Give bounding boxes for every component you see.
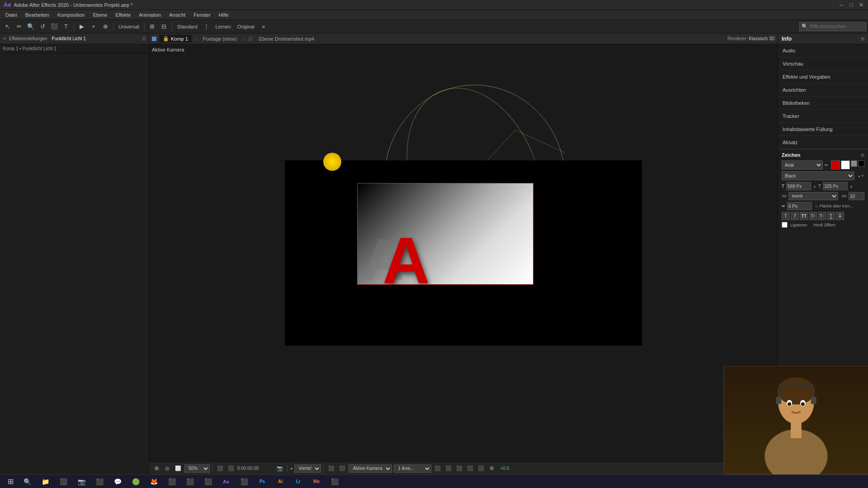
toolbar-select-tool[interactable]: ↖ xyxy=(2,21,13,32)
viewport[interactable]: Aktive Kamera xyxy=(149,44,778,462)
title-bar-controls[interactable]: ─ □ ✕ xyxy=(838,2,864,8)
toolbar-move-btn[interactable]: ⊕ xyxy=(100,21,111,32)
vp-overlay-btn[interactable]: ⬛ xyxy=(476,464,486,473)
menu-komposition[interactable]: Komposition xyxy=(54,11,89,19)
kerning-input[interactable] xyxy=(849,192,864,200)
right-panel-vorschau[interactable]: Vorschau xyxy=(778,57,868,70)
toolbar-play-btn[interactable]: ▶ xyxy=(76,21,87,32)
vp-view-select[interactable]: 1 Ansi... 2 Ansichten 4 Ansichten xyxy=(394,465,431,473)
vp-ruler-btn[interactable]: ⬛ xyxy=(216,464,225,473)
menu-ebene[interactable]: Ebene xyxy=(89,11,111,19)
close-panel-icon[interactable]: ✕ xyxy=(3,36,6,41)
indent-input[interactable] xyxy=(787,202,812,210)
toolbar-workspace-options[interactable]: ⋮ xyxy=(201,21,212,32)
toolbar-learn-label[interactable]: Lernen xyxy=(213,24,234,29)
ligatures-checkbox[interactable] xyxy=(782,222,788,228)
taskbar-me-btn[interactable]: Me xyxy=(308,476,325,488)
taskbar-photos-btn[interactable]: 📷 xyxy=(73,476,90,488)
font-size-input[interactable] xyxy=(786,182,811,190)
taskbar-app4-btn[interactable]: ⬛ xyxy=(200,476,216,488)
minimize-button[interactable]: ─ xyxy=(838,2,844,8)
panel-options-icon[interactable]: ☰ xyxy=(142,36,146,41)
toolbar-zoom-tool[interactable]: 🔍 xyxy=(25,21,36,32)
taskbar-app5-btn[interactable]: ⬛ xyxy=(236,476,252,488)
menu-datei[interactable]: Datei xyxy=(2,11,21,19)
vp-settings-btn[interactable]: ⚙ xyxy=(487,464,496,473)
menu-ansicht[interactable]: Ansicht xyxy=(165,11,189,19)
text-color-swatch[interactable] xyxy=(831,160,840,169)
right-panel-inhalt[interactable]: Inhaltsbasierte Füllung xyxy=(778,123,868,136)
taskbar-norton-btn[interactable]: 🟢 xyxy=(127,476,144,488)
taskbar-explorer-btn[interactable]: 📁 xyxy=(37,476,53,488)
vp-reset-btn[interactable]: ⬛ xyxy=(433,464,442,473)
toolbar-rotate-tool[interactable]: ↺ xyxy=(37,21,48,32)
toolbar-shape-tool[interactable]: ⬛ xyxy=(49,21,60,32)
toolbar-align-btn[interactable]: ⊞ xyxy=(147,21,158,32)
color-swatch-4[interactable] xyxy=(858,160,864,167)
right-panel-effekte[interactable]: Effekte und Vorgaben xyxy=(778,70,868,84)
right-panel-ausrichten[interactable]: Ausrichten xyxy=(778,84,868,97)
vp-time-btn[interactable]: ⬛ xyxy=(226,464,236,473)
font-weight-select[interactable]: Black Bold Regular xyxy=(782,171,854,180)
toolbar-expand-btn[interactable]: ⊟ xyxy=(159,21,170,32)
taskbar-ae-btn[interactable]: Ae xyxy=(218,476,234,488)
comp-tab-komp1[interactable]: 🔒 Komp 1 xyxy=(159,35,192,42)
taskbar-firefox-btn[interactable]: 🦊 xyxy=(146,476,162,488)
format-Tr-btn[interactable]: Tr xyxy=(809,212,817,220)
toolbar-pen-tool[interactable]: ✏ xyxy=(14,21,24,32)
vp-circle-btn[interactable]: ◎ xyxy=(163,464,172,473)
vp-zoom-select[interactable]: 50% 100% 25% xyxy=(184,465,210,473)
taskbar-app2-btn[interactable]: ⬛ xyxy=(164,476,180,488)
taskbar-ps-btn[interactable]: Ps xyxy=(254,476,270,488)
vp-rulers-btn[interactable]: ⬛ xyxy=(455,464,464,473)
toolbar-more-btn[interactable]: » xyxy=(258,21,269,32)
menu-animation[interactable]: Animation xyxy=(135,11,165,19)
taskbar-search-btn[interactable]: 🔍 xyxy=(19,476,35,488)
comp-tab-ebene[interactable]: Ebene Drohnenshot.mp4 xyxy=(255,35,318,42)
toolbar-original-label[interactable]: Original xyxy=(235,24,257,29)
taskbar-app6-btn[interactable]: ⬛ xyxy=(326,476,343,488)
vp-camera-icon[interactable]: 📷 xyxy=(275,464,284,473)
menu-hilfe[interactable]: Hilfe xyxy=(215,11,232,19)
menu-bearbeiten[interactable]: Bearbeiten xyxy=(22,11,53,19)
format-strike-btn[interactable]: T xyxy=(836,212,844,220)
taskbar-start-btn[interactable]: ⊞ xyxy=(4,476,17,488)
line-height-input[interactable] xyxy=(823,182,848,190)
toolbar-add-btn[interactable]: + xyxy=(88,21,99,32)
vp-safe-btn[interactable]: ⬜ xyxy=(174,464,183,473)
menu-fenster[interactable]: Fenster xyxy=(190,11,214,19)
tracking-select[interactable]: Metrik Optisch xyxy=(788,192,838,200)
color-swatch-3[interactable] xyxy=(851,160,857,167)
taskbar-ai-btn[interactable]: Ai xyxy=(272,476,288,488)
menu-effekte[interactable]: Effekte xyxy=(112,11,134,19)
vp-quality-select[interactable]: Viertel Halb Voll xyxy=(294,465,321,473)
search-input[interactable] xyxy=(810,24,864,29)
yellow-sphere-gizmo[interactable] xyxy=(323,153,341,171)
comp-tab-footage[interactable]: Footage (ohne) xyxy=(199,35,241,42)
vp-grid-btn[interactable]: ⊞ xyxy=(152,464,161,473)
zeichen-expand-icon[interactable]: ⊞ xyxy=(861,153,864,158)
format-TT-btn[interactable]: TT xyxy=(800,212,808,220)
format-under-btn[interactable]: T xyxy=(827,212,835,220)
maximize-button[interactable]: □ xyxy=(848,2,854,8)
taskbar-xbox-btn[interactable]: ⬛ xyxy=(91,476,108,488)
right-panel-audio[interactable]: Audio xyxy=(778,44,868,57)
font-select[interactable]: Arial xyxy=(782,160,823,169)
vp-timecode[interactable]: 0:00:00:00 xyxy=(237,466,274,471)
vp-snap-btn[interactable]: ⬛ xyxy=(444,464,453,473)
vp-guides-btn[interactable]: ⬛ xyxy=(466,464,475,473)
taskbar-lr-btn[interactable]: Lr xyxy=(290,476,307,488)
format-T-btn[interactable]: T xyxy=(782,212,790,220)
close-button[interactable]: ✕ xyxy=(858,2,864,8)
vp-toggle2[interactable]: ⬛ xyxy=(338,464,347,473)
format-sup-btn[interactable]: T↑ xyxy=(818,212,826,220)
vp-camera-select[interactable]: Aktive Kamera xyxy=(349,465,392,473)
right-panel-absatz[interactable]: Absatz xyxy=(778,136,868,149)
font-edit-icon[interactable]: ✏ xyxy=(825,163,828,168)
stroke-color-swatch[interactable] xyxy=(841,160,850,169)
right-panel-expand-icon[interactable]: ⊞ xyxy=(861,36,864,41)
right-panel-bibliotheken[interactable]: Bibliotheken xyxy=(778,97,868,110)
vp-toggle1[interactable]: ⬛ xyxy=(327,464,336,473)
format-italic-btn[interactable]: T xyxy=(791,212,799,220)
taskbar-app3-btn[interactable]: ⬛ xyxy=(182,476,198,488)
